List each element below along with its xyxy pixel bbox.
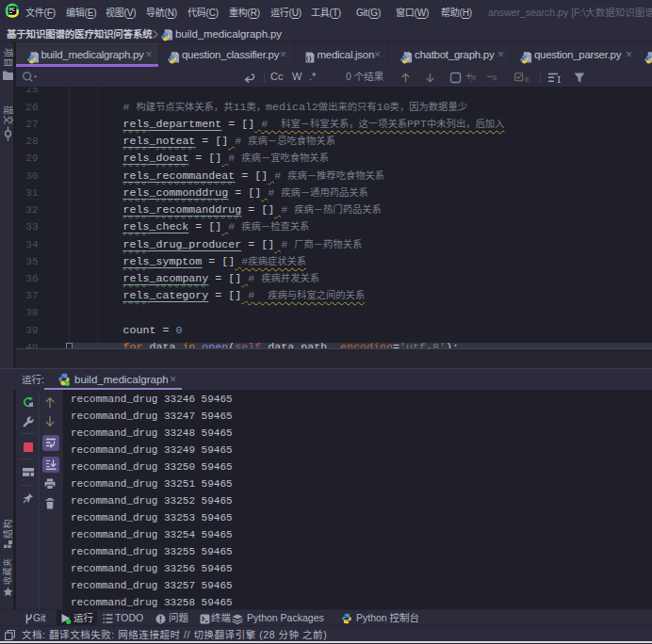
svg-text:PC: PC — [9, 8, 16, 12]
